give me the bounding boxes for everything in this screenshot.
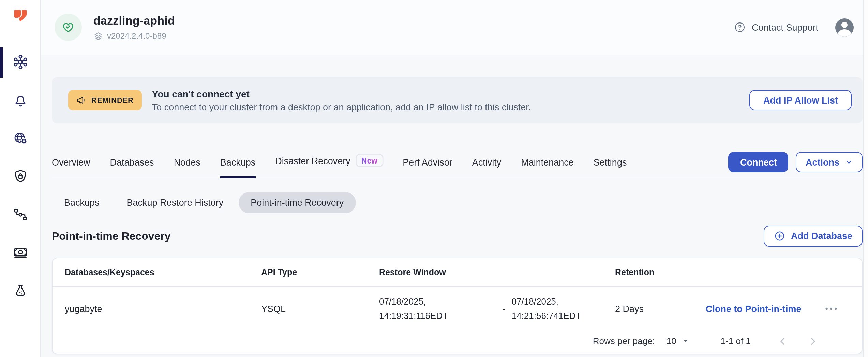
tab-databases[interactable]: Databases xyxy=(110,157,154,178)
next-page-button[interactable] xyxy=(807,336,818,346)
pitr-table-card: Databases/Keyspaces API Type Restore Win… xyxy=(52,258,863,354)
content: REMINDER You can't connect yet To connec… xyxy=(41,55,868,357)
megaphone-icon xyxy=(76,95,87,105)
contact-support-button[interactable]: Contact Support xyxy=(734,21,818,33)
cell-restore-window: 07/18/2025, 14:19:31:116EDT - 07/18/2025… xyxy=(379,294,615,323)
scrollbar-track[interactable] xyxy=(863,0,868,357)
cluster-info: dazzling-aphid v2024.2.4.0-b89 xyxy=(93,14,175,41)
sidebar-item-integrations[interactable] xyxy=(12,206,28,223)
sidebar-item-clusters[interactable] xyxy=(12,54,28,70)
plus-circle-icon xyxy=(774,230,785,242)
sidebar-nav xyxy=(12,54,28,299)
row-menu-button[interactable] xyxy=(823,302,839,315)
help-icon xyxy=(734,21,746,33)
rows-per-page-value[interactable]: 10 xyxy=(667,336,676,346)
backup-subtabs: Backups Backup Restore History Point-in-… xyxy=(52,192,863,213)
col-restore-window: Restore Window xyxy=(379,267,615,277)
active-nav-indicator xyxy=(0,47,3,78)
cluster-name: dazzling-aphid xyxy=(93,14,175,28)
cluster-version: v2024.2.4.0-b89 xyxy=(107,31,166,41)
sidebar-item-network[interactable] xyxy=(12,130,28,146)
cluster-header: dazzling-aphid v2024.2.4.0-b89 xyxy=(41,0,868,55)
subtab-point-in-time-recovery[interactable]: Point-in-time Recovery xyxy=(238,192,356,213)
sidebar-item-labs[interactable] xyxy=(12,283,28,299)
connect-button[interactable]: Connect xyxy=(729,152,789,172)
restore-to: 07/18/2025, 14:21:56:741EDT xyxy=(512,294,629,323)
flow-icon xyxy=(12,206,28,223)
col-api-type: API Type xyxy=(261,267,379,277)
pitr-title: Point-in-time Recovery xyxy=(52,230,171,242)
ellipsis-icon xyxy=(823,302,839,315)
banner-message: To connect to your cluster from a deskto… xyxy=(152,102,531,112)
rows-per-page-dropdown-icon[interactable] xyxy=(681,337,690,345)
tab-backups[interactable]: Backups xyxy=(220,157,256,178)
yugabyte-logo-icon xyxy=(11,7,29,25)
main-area: dazzling-aphid v2024.2.4.0-b89 xyxy=(41,0,868,357)
rows-per-page-label: Rows per page: xyxy=(593,336,655,346)
heart-check-icon xyxy=(61,20,76,35)
sidebar xyxy=(0,0,41,357)
tab-perf-advisor[interactable]: Perf Advisor xyxy=(403,157,452,178)
pitr-section-header: Point-in-time Recovery Add Database xyxy=(52,226,863,247)
col-retention: Retention xyxy=(615,267,706,277)
flask-icon xyxy=(12,283,28,299)
app-window: dazzling-aphid v2024.2.4.0-b89 xyxy=(0,0,868,357)
tab-settings[interactable]: Settings xyxy=(594,157,627,178)
cell-api-type: YSQL xyxy=(261,304,379,314)
cluster-health-badge xyxy=(55,14,82,41)
reminder-badge: REMINDER xyxy=(68,90,142,110)
col-databases-keyspaces: Databases/Keyspaces xyxy=(65,267,261,277)
tab-disaster-recovery[interactable]: Disaster Recovery New xyxy=(275,155,383,178)
sidebar-item-alerts[interactable] xyxy=(12,92,28,108)
add-ip-allow-list-button[interactable]: Add IP Allow List xyxy=(750,90,852,110)
sidebar-item-security[interactable] xyxy=(12,168,28,185)
restore-from: 07/18/2025, 14:19:31:116EDT xyxy=(379,294,496,323)
new-badge: New xyxy=(356,154,383,167)
tab-overview[interactable]: Overview xyxy=(52,157,90,178)
actions-button[interactable]: Actions xyxy=(796,152,863,172)
cluster-network-icon xyxy=(12,54,28,70)
restore-range-separator: - xyxy=(503,304,506,314)
subtab-backups[interactable]: Backups xyxy=(52,192,112,213)
sidebar-item-billing[interactable] xyxy=(12,245,28,261)
previous-page-button[interactable] xyxy=(777,336,788,346)
tab-maintenance[interactable]: Maintenance xyxy=(521,157,574,178)
cell-retention: 2 Days xyxy=(615,304,706,314)
tab-nodes[interactable]: Nodes xyxy=(174,157,200,178)
globe-gear-icon xyxy=(12,130,28,146)
avatar-body xyxy=(838,29,851,36)
yugabyte-logo[interactable] xyxy=(11,7,29,25)
chevron-down-icon xyxy=(845,158,853,166)
cell-database: yugabyte xyxy=(65,304,261,314)
table-row: yugabyte YSQL 07/18/2025, 14:19:31:116ED… xyxy=(53,287,862,330)
add-database-button[interactable]: Add Database xyxy=(764,226,863,247)
clone-to-point-in-time-link[interactable]: Clone to Point-in-time xyxy=(706,304,823,314)
shield-lock-icon xyxy=(12,168,28,185)
money-icon xyxy=(12,245,28,261)
table-pagination: Rows per page: 10 1-1 of 1 xyxy=(53,330,862,354)
contact-support-label: Contact Support xyxy=(752,22,818,32)
user-avatar[interactable] xyxy=(835,18,854,36)
layers-icon xyxy=(93,31,103,41)
pagination-range: 1-1 of 1 xyxy=(721,336,751,346)
banner-text: You can't connect yet To connect to your… xyxy=(152,88,531,112)
cluster-version-row: v2024.2.4.0-b89 xyxy=(93,31,175,41)
tab-activity[interactable]: Activity xyxy=(472,157,502,178)
reminder-banner: REMINDER You can't connect yet To connec… xyxy=(52,77,863,123)
reminder-badge-label: REMINDER xyxy=(91,96,134,104)
avatar-head xyxy=(841,21,848,28)
subtab-backup-restore-history[interactable]: Backup Restore History xyxy=(115,192,236,213)
banner-title: You can't connect yet xyxy=(152,88,531,99)
cluster-tabs: Overview Databases Nodes Backups Disaste… xyxy=(52,144,863,178)
tabs-actions: Connect Actions xyxy=(729,152,863,172)
bell-icon xyxy=(12,92,28,108)
table-header-row: Databases/Keyspaces API Type Restore Win… xyxy=(53,258,862,287)
